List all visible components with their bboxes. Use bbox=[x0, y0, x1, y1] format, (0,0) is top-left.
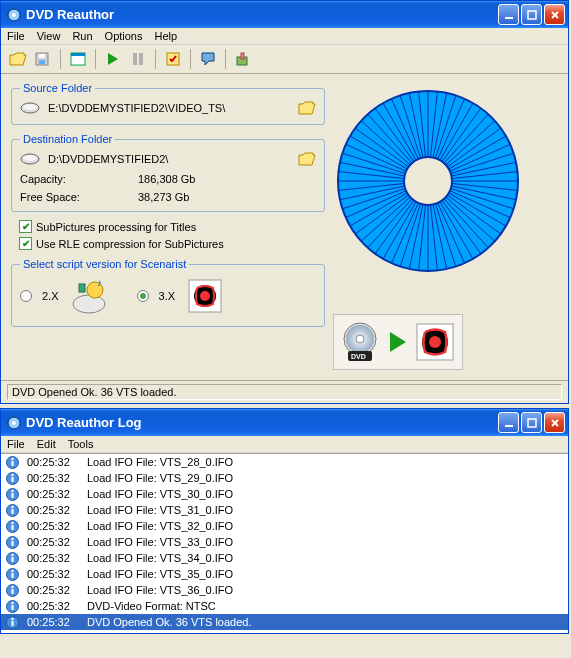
svg-point-119 bbox=[11, 521, 13, 523]
svg-point-128 bbox=[11, 569, 13, 571]
log-window: DVD Reauthor Log File Edit Tools 00:25:3… bbox=[0, 408, 569, 634]
svg-text:DVD: DVD bbox=[351, 353, 366, 360]
svg-point-137 bbox=[11, 617, 13, 619]
log-row[interactable]: 00:25:32Load IFO File: VTS_33_0.IFO bbox=[1, 534, 568, 550]
browse-source-button[interactable] bbox=[298, 100, 316, 116]
dvd-disc-icon: DVD bbox=[340, 321, 382, 363]
capacity-label: Capacity: bbox=[20, 173, 138, 185]
svg-point-1 bbox=[12, 13, 16, 17]
main-panel: Source Folder E:\DVDDEMYSTIFIED2\VIDEO_T… bbox=[1, 74, 568, 380]
svg-point-92 bbox=[356, 335, 364, 343]
log-row[interactable]: 00:25:32DVD Opened Ok. 36 VTS loaded. bbox=[1, 614, 568, 630]
log-minimize-button[interactable] bbox=[498, 412, 519, 433]
scenarist-2x-icon: ♪ bbox=[69, 276, 109, 316]
scenarist-group: Select script version for Scenarist 2.X … bbox=[11, 258, 325, 327]
main-menubar: File View Run Options Help bbox=[1, 28, 568, 45]
svg-text:♪: ♪ bbox=[97, 277, 102, 288]
log-message: Load IFO File: VTS_31_0.IFO bbox=[87, 504, 563, 516]
radio-3x-label: 3.X bbox=[159, 290, 176, 302]
main-titlebar[interactable]: DVD Reauthor bbox=[1, 1, 568, 28]
menu-view[interactable]: View bbox=[37, 30, 61, 42]
info-icon bbox=[6, 552, 19, 565]
svg-rect-109 bbox=[12, 477, 14, 482]
status-text: DVD Opened Ok. 36 VTS loaded. bbox=[7, 384, 562, 400]
log-time: 00:25:32 bbox=[27, 520, 79, 532]
log-row[interactable]: 00:25:32Load IFO File: VTS_34_0.IFO bbox=[1, 550, 568, 566]
browse-dest-button[interactable] bbox=[298, 151, 316, 167]
log-row[interactable]: 00:25:32Load IFO File: VTS_32_0.IFO bbox=[1, 518, 568, 534]
svg-rect-136 bbox=[12, 621, 14, 626]
scenarist-legend: Select script version for Scenarist bbox=[20, 258, 189, 270]
log-row[interactable]: 00:25:32Load IFO File: VTS_31_0.IFO bbox=[1, 502, 568, 518]
exit-button[interactable] bbox=[232, 48, 254, 70]
options-button[interactable] bbox=[162, 48, 184, 70]
log-row[interactable]: 00:25:32Load IFO File: VTS_29_0.IFO bbox=[1, 470, 568, 486]
log-row[interactable]: 00:25:32Load IFO File: VTS_36_0.IFO bbox=[1, 582, 568, 598]
destination-folder-group: Destination Folder D:\DVDDEMYSTIFIED2\ C… bbox=[11, 133, 325, 212]
info-icon bbox=[6, 600, 19, 613]
arrow-play-icon[interactable] bbox=[388, 330, 408, 354]
svg-rect-12 bbox=[133, 53, 137, 65]
menu-help[interactable]: Help bbox=[155, 30, 178, 42]
svg-rect-115 bbox=[12, 509, 14, 514]
log-time: 00:25:32 bbox=[27, 552, 79, 564]
log-titlebar[interactable]: DVD Reauthor Log bbox=[1, 409, 568, 436]
svg-rect-23 bbox=[79, 284, 85, 292]
main-statusbar: DVD Opened Ok. 36 VTS loaded. bbox=[1, 380, 568, 403]
log-row[interactable]: 00:25:32Load IFO File: VTS_35_0.IFO bbox=[1, 566, 568, 582]
svg-rect-133 bbox=[12, 605, 14, 610]
log-menu-file[interactable]: File bbox=[7, 438, 25, 450]
log-message: DVD Opened Ok. 36 VTS loaded. bbox=[87, 616, 563, 628]
maximize-button[interactable] bbox=[521, 4, 542, 25]
pause-button[interactable] bbox=[127, 48, 149, 70]
subpictures-label: SubPictures processing for Titles bbox=[36, 221, 196, 233]
help-button[interactable] bbox=[197, 48, 219, 70]
info-icon bbox=[6, 456, 19, 469]
svg-point-20 bbox=[23, 155, 37, 161]
svg-point-110 bbox=[11, 473, 13, 475]
svg-rect-106 bbox=[12, 461, 14, 466]
rle-checkbox[interactable]: ✔ bbox=[19, 237, 32, 250]
save-settings-button[interactable] bbox=[32, 48, 54, 70]
svg-rect-121 bbox=[12, 541, 14, 546]
subpictures-checkbox[interactable]: ✔ bbox=[19, 220, 32, 233]
menu-run[interactable]: Run bbox=[72, 30, 92, 42]
log-message: Load IFO File: VTS_28_0.IFO bbox=[87, 456, 563, 468]
log-time: 00:25:32 bbox=[27, 488, 79, 500]
drive-icon bbox=[20, 152, 40, 166]
open-folder-button[interactable] bbox=[7, 48, 29, 70]
info-icon bbox=[6, 488, 19, 501]
main-title: DVD Reauthor bbox=[26, 7, 114, 22]
radio-3x[interactable] bbox=[137, 290, 149, 302]
close-button[interactable] bbox=[544, 4, 565, 25]
log-list[interactable]: 00:25:32Load IFO File: VTS_28_0.IFO00:25… bbox=[1, 453, 568, 633]
svg-rect-127 bbox=[12, 573, 14, 578]
log-menu-tools[interactable]: Tools bbox=[68, 438, 94, 450]
log-row[interactable]: 00:25:32Load IFO File: VTS_30_0.IFO bbox=[1, 486, 568, 502]
svg-point-131 bbox=[11, 585, 13, 587]
log-close-button[interactable] bbox=[544, 412, 565, 433]
process-panel: DVD bbox=[333, 314, 463, 370]
info-icon bbox=[6, 616, 19, 629]
log-row[interactable]: 00:25:32DVD-Video Format: NTSC bbox=[1, 598, 568, 614]
options-checks: ✔SubPictures processing for Titles ✔Use … bbox=[19, 220, 325, 250]
log-maximize-button[interactable] bbox=[521, 412, 542, 433]
play-button[interactable] bbox=[102, 48, 124, 70]
log-message: DVD-Video Format: NTSC bbox=[87, 600, 563, 612]
svg-rect-112 bbox=[12, 493, 14, 498]
svg-point-134 bbox=[11, 601, 13, 603]
log-menu-edit[interactable]: Edit bbox=[37, 438, 56, 450]
freespace-value: 38,273 Gb bbox=[138, 191, 189, 203]
log-row[interactable]: 00:25:32Load IFO File: VTS_28_0.IFO bbox=[1, 454, 568, 470]
menu-options[interactable]: Options bbox=[105, 30, 143, 42]
svg-point-125 bbox=[11, 553, 13, 555]
svg-point-107 bbox=[11, 457, 13, 459]
menu-file[interactable]: File bbox=[7, 30, 25, 42]
log-message: Load IFO File: VTS_36_0.IFO bbox=[87, 584, 563, 596]
log-time: 00:25:32 bbox=[27, 472, 79, 484]
minimize-button[interactable] bbox=[498, 4, 519, 25]
source-path: E:\DVDDEMYSTIFIED2\VIDEO_TS\ bbox=[48, 102, 290, 114]
scenarist-3x-icon bbox=[185, 276, 225, 316]
radio-2x[interactable] bbox=[20, 290, 32, 302]
log-window-button[interactable] bbox=[67, 48, 89, 70]
